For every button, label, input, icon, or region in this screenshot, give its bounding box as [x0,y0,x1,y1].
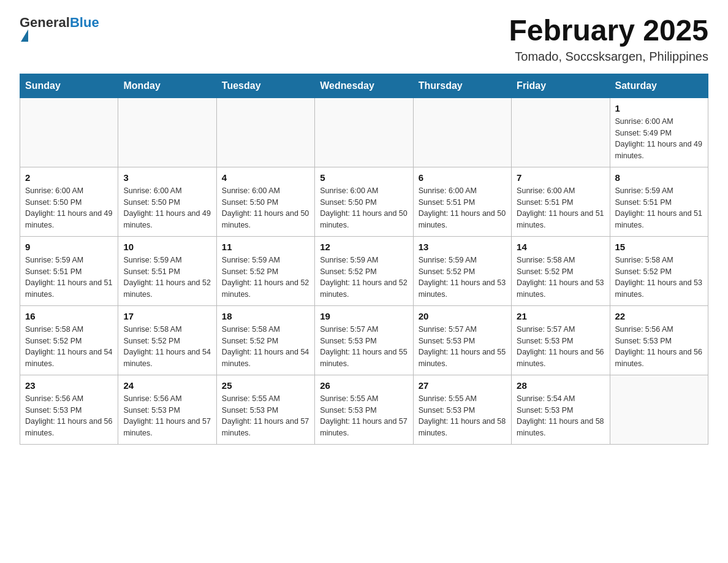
calendar-cell: 9Sunrise: 5:59 AMSunset: 5:51 PMDaylight… [20,236,118,305]
cell-day-number: 11 [222,242,309,252]
calendar-cell: 16Sunrise: 5:58 AMSunset: 5:52 PMDayligh… [20,305,118,375]
cell-day-number: 16 [25,311,113,321]
calendar-cell: 15Sunrise: 5:58 AMSunset: 5:52 PMDayligh… [610,236,708,305]
calendar-cell: 18Sunrise: 5:58 AMSunset: 5:52 PMDayligh… [216,305,314,375]
cell-day-number: 5 [320,172,408,183]
cell-day-number: 14 [517,242,604,252]
cell-day-number: 21 [517,311,604,321]
day-header-saturday: Saturday [610,74,708,98]
calendar-cell: 17Sunrise: 5:58 AMSunset: 5:52 PMDayligh… [118,305,216,375]
day-header-sunday: Sunday [20,74,118,98]
title-block: February 2025 Tomado, Soccsksargen, Phil… [509,15,708,64]
calendar-cell: 22Sunrise: 5:56 AMSunset: 5:53 PMDayligh… [610,305,708,375]
logo-blue-text: Blue [70,15,99,30]
calendar-cell: 24Sunrise: 5:56 AMSunset: 5:53 PMDayligh… [118,375,216,444]
day-header-wednesday: Wednesday [315,74,413,98]
location-subtitle: Tomado, Soccsksargen, Philippines [509,50,708,64]
cell-info: Sunrise: 5:57 AMSunset: 5:53 PMDaylight:… [320,324,408,370]
calendar-cell: 2Sunrise: 6:00 AMSunset: 5:50 PMDaylight… [20,167,118,236]
calendar-cell: 10Sunrise: 5:59 AMSunset: 5:51 PMDayligh… [118,236,216,305]
cell-info: Sunrise: 5:59 AMSunset: 5:52 PMDaylight:… [320,255,408,301]
cell-info: Sunrise: 5:59 AMSunset: 5:51 PMDaylight:… [615,185,703,231]
calendar-cell: 26Sunrise: 5:55 AMSunset: 5:53 PMDayligh… [315,375,413,444]
calendar-cell: 23Sunrise: 5:56 AMSunset: 5:53 PMDayligh… [20,375,118,444]
calendar-cell: 11Sunrise: 5:59 AMSunset: 5:52 PMDayligh… [216,236,314,305]
day-header-monday: Monday [118,74,216,98]
cell-day-number: 18 [222,311,309,321]
cell-day-number: 27 [419,380,506,391]
calendar-cell: 3Sunrise: 6:00 AMSunset: 5:50 PMDaylight… [118,167,216,236]
calendar-cell [216,98,314,167]
cell-info: Sunrise: 5:57 AMSunset: 5:53 PMDaylight:… [419,324,506,370]
calendar-cell: 20Sunrise: 5:57 AMSunset: 5:53 PMDayligh… [413,305,511,375]
cell-day-number: 19 [320,311,408,321]
calendar-cell [315,98,413,167]
cell-day-number: 6 [419,172,506,183]
week-row-1: 1Sunrise: 6:00 AMSunset: 5:49 PMDaylight… [20,98,708,167]
cell-day-number: 20 [419,311,506,321]
cell-info: Sunrise: 5:59 AMSunset: 5:52 PMDaylight:… [222,255,309,301]
cell-day-number: 13 [419,242,506,252]
cell-info: Sunrise: 6:00 AMSunset: 5:51 PMDaylight:… [517,185,604,231]
calendar-cell [20,98,118,167]
cell-info: Sunrise: 6:00 AMSunset: 5:50 PMDaylight:… [320,185,408,231]
cell-day-number: 25 [222,380,309,391]
cell-info: Sunrise: 5:56 AMSunset: 5:53 PMDaylight:… [123,393,211,439]
logo: GeneralBlue [20,15,99,43]
cell-info: Sunrise: 6:00 AMSunset: 5:50 PMDaylight:… [123,185,211,231]
calendar-cell: 1Sunrise: 6:00 AMSunset: 5:49 PMDaylight… [610,98,708,167]
calendar-cell: 14Sunrise: 5:58 AMSunset: 5:52 PMDayligh… [512,236,610,305]
cell-info: Sunrise: 6:00 AMSunset: 5:49 PMDaylight:… [615,116,703,162]
days-of-week-row: SundayMondayTuesdayWednesdayThursdayFrid… [20,74,708,98]
logo-wordmark: GeneralBlue [20,15,99,43]
cell-info: Sunrise: 5:58 AMSunset: 5:52 PMDaylight:… [222,324,309,370]
cell-info: Sunrise: 5:59 AMSunset: 5:52 PMDaylight:… [419,255,506,301]
cell-info: Sunrise: 5:55 AMSunset: 5:53 PMDaylight:… [320,393,408,439]
cell-info: Sunrise: 5:54 AMSunset: 5:53 PMDaylight:… [517,393,604,439]
calendar-cell: 27Sunrise: 5:55 AMSunset: 5:53 PMDayligh… [413,375,511,444]
cell-day-number: 1 [615,103,703,113]
cell-info: Sunrise: 6:00 AMSunset: 5:50 PMDaylight:… [222,185,309,231]
calendar-cell: 19Sunrise: 5:57 AMSunset: 5:53 PMDayligh… [315,305,413,375]
cell-day-number: 4 [222,172,309,183]
cell-day-number: 17 [123,311,211,321]
day-header-tuesday: Tuesday [216,74,314,98]
cell-info: Sunrise: 5:58 AMSunset: 5:52 PMDaylight:… [25,324,113,370]
calendar-cell: 28Sunrise: 5:54 AMSunset: 5:53 PMDayligh… [512,375,610,444]
cell-info: Sunrise: 5:58 AMSunset: 5:52 PMDaylight:… [615,255,703,301]
cell-day-number: 15 [615,242,703,252]
logo-triangle-icon [21,29,28,42]
cell-day-number: 24 [123,380,211,391]
calendar-cell: 21Sunrise: 5:57 AMSunset: 5:53 PMDayligh… [512,305,610,375]
cell-day-number: 10 [123,242,211,252]
week-row-3: 9Sunrise: 5:59 AMSunset: 5:51 PMDaylight… [20,236,708,305]
week-row-2: 2Sunrise: 6:00 AMSunset: 5:50 PMDaylight… [20,167,708,236]
cell-day-number: 2 [25,172,113,183]
cell-info: Sunrise: 5:55 AMSunset: 5:53 PMDaylight:… [419,393,506,439]
calendar-cell: 8Sunrise: 5:59 AMSunset: 5:51 PMDaylight… [610,167,708,236]
cell-info: Sunrise: 5:57 AMSunset: 5:53 PMDaylight:… [517,324,604,370]
cell-info: Sunrise: 5:58 AMSunset: 5:52 PMDaylight:… [123,324,211,370]
calendar-cell [610,375,708,444]
calendar-cell [118,98,216,167]
cell-info: Sunrise: 5:56 AMSunset: 5:53 PMDaylight:… [615,324,703,370]
calendar-body: 1Sunrise: 6:00 AMSunset: 5:49 PMDaylight… [20,98,708,444]
cell-info: Sunrise: 6:00 AMSunset: 5:51 PMDaylight:… [419,185,506,231]
calendar-cell: 25Sunrise: 5:55 AMSunset: 5:53 PMDayligh… [216,375,314,444]
week-row-5: 23Sunrise: 5:56 AMSunset: 5:53 PMDayligh… [20,375,708,444]
cell-info: Sunrise: 5:59 AMSunset: 5:51 PMDaylight:… [25,255,113,301]
cell-day-number: 26 [320,380,408,391]
week-row-4: 16Sunrise: 5:58 AMSunset: 5:52 PMDayligh… [20,305,708,375]
calendar-cell: 5Sunrise: 6:00 AMSunset: 5:50 PMDaylight… [315,167,413,236]
cell-day-number: 12 [320,242,408,252]
cell-day-number: 28 [517,380,604,391]
calendar-cell [512,98,610,167]
cell-info: Sunrise: 6:00 AMSunset: 5:50 PMDaylight:… [25,185,113,231]
day-header-friday: Friday [512,74,610,98]
calendar-cell: 4Sunrise: 6:00 AMSunset: 5:50 PMDaylight… [216,167,314,236]
cell-day-number: 7 [517,172,604,183]
cell-day-number: 23 [25,380,113,391]
cell-info: Sunrise: 5:56 AMSunset: 5:53 PMDaylight:… [25,393,113,439]
calendar-cell: 12Sunrise: 5:59 AMSunset: 5:52 PMDayligh… [315,236,413,305]
cell-day-number: 22 [615,311,703,321]
